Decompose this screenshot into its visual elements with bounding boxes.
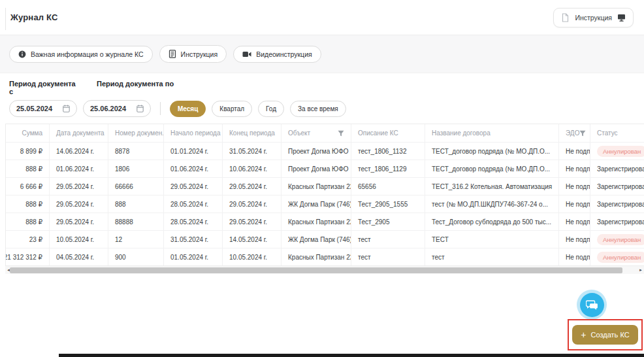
cell-sum: 888 ₽ (6, 196, 50, 212)
table-body: 8 899 ₽14.06.2024 г.887801.01.2024 г.31.… (6, 142, 644, 265)
scroll-right-arrow-icon[interactable]: ► (637, 266, 644, 275)
status-badge: Зарегистрирован (597, 201, 644, 208)
ks-journal-table: Сумма Дата документа Номер докумен... На… (5, 124, 644, 265)
cell-status: Аннулирован (590, 231, 644, 248)
filter-funnel-icon[interactable] (338, 130, 344, 137)
cell-period_start: 31.05.2024 г. (164, 231, 223, 248)
header-object-label: Объект (288, 129, 310, 137)
horizontal-scrollbar[interactable]: ◄ ► (5, 265, 644, 274)
header-status[interactable]: Статус (590, 124, 644, 142)
status-badge: Аннулирован (597, 252, 644, 263)
calendar-icon[interactable] (63, 105, 70, 112)
cell-object: Красных Партизан 222, ... (282, 178, 351, 195)
cell-period_end: 29.05.2024 г. (223, 196, 282, 212)
table-row[interactable]: 888 ₽29.05.2024 г.8888828.05.2024 г.29.0… (6, 212, 644, 230)
cell-doc_date: 29.05.2024 г. (50, 213, 108, 230)
video-instruction-label: Видеоинструкция (256, 50, 312, 58)
cell-period_end: 31.05.2024 г. (223, 143, 282, 160)
cell-status: Аннулирован (590, 248, 644, 265)
create-ks-label: Создать КС (591, 331, 630, 339)
info-icon (18, 50, 26, 58)
cell-sum: 888 ₽ (6, 160, 50, 177)
cell-edo: Не подписан (559, 248, 590, 265)
header-doc-number[interactable]: Номер докумен... (108, 124, 164, 142)
table-row[interactable]: 888 ₽29.05.2024 г.88828.05.2024 г.29.05.… (6, 195, 644, 212)
cell-description: Тест_2905 (351, 213, 425, 230)
cell-object: ЖК Догма Парк (746) С... (282, 196, 351, 212)
cell-status: Зарегистрирован (590, 160, 644, 177)
cell-doc_number: 888 (108, 196, 164, 212)
filter-funnel-icon[interactable] (579, 130, 586, 137)
header-period-end[interactable]: Конец периода (223, 124, 282, 142)
cell-doc_date: 01.06.2024 г. (50, 160, 108, 177)
cell-edo: Не подписан (559, 160, 590, 177)
header-contract-name[interactable]: Название договора (425, 124, 559, 142)
cell-period_end: 10.05.2024 г. (223, 248, 282, 265)
important-info-button[interactable]: Важная информация о журнале КС (9, 46, 153, 63)
filters-section: Период документа с Период документа по 2… (0, 73, 644, 124)
cell-sum: 6 666 ₽ (6, 178, 50, 195)
cell-doc_number: 900 (108, 248, 164, 265)
cell-object: Проект Догма ЮФО (282, 160, 351, 177)
instruction-header-button[interactable]: Инструкция (553, 8, 634, 27)
calendar-icon[interactable] (137, 105, 144, 112)
table-row[interactable]: 6 666 ₽29.05.2024 г.6666629.05.2024 г.29… (6, 177, 644, 195)
cell-period_start: 29.05.2024 г. (164, 178, 223, 195)
cell-contract: тест (425, 248, 559, 265)
chat-fab-button[interactable] (577, 290, 607, 320)
instruction-toolbar-label: Инструкция (181, 50, 218, 58)
period-button-month[interactable]: Месяц (170, 101, 206, 117)
bottom-window-edge (59, 354, 644, 357)
cell-contract: ТЕСТ_316.2 Котельная. Автоматизация (425, 178, 559, 195)
cell-period_end: 29.05.2024 г. (223, 178, 282, 195)
create-ks-button[interactable]: + Создать КС (572, 325, 637, 345)
header-object[interactable]: Объект (282, 124, 351, 142)
period-to-value: 25.06.2024 (90, 105, 126, 112)
cell-period_start: 28.05.2024 г. (164, 213, 223, 230)
important-info-label: Важная информация о журнале КС (31, 50, 144, 58)
header-edo[interactable]: ЭДО (559, 124, 590, 142)
divider (160, 102, 161, 115)
period-button-quarter[interactable]: Квартал (212, 101, 252, 117)
status-badge: Зарегистрирован (597, 218, 644, 226)
cell-sum: 8 899 ₽ (6, 143, 50, 160)
left-hairline (5, 8, 6, 30)
period-button-year[interactable]: Год (258, 101, 284, 117)
header-ks-description[interactable]: Описание КС (351, 124, 425, 142)
table-row[interactable]: 888 ₽01.06.2024 г.180601.06.2024 г.10.06… (6, 160, 644, 177)
app-header: Журнал КС Инструкция (0, 0, 644, 35)
period-to-input[interactable]: 25.06.2024 (83, 100, 151, 117)
period-from-input[interactable]: 25.05.2024 (9, 100, 77, 117)
cell-period_start: 01.01.2024 г. (164, 143, 223, 160)
cell-doc_number: 1806 (108, 160, 164, 177)
table-row[interactable]: 23 ₽10.05.2024 г.1231.05.2024 г.14.05.20… (6, 230, 644, 248)
status-badge: Аннулирован (597, 146, 644, 157)
period-button-alltime[interactable]: За все время (290, 101, 346, 117)
scrollbar-thumb[interactable] (10, 267, 622, 273)
cell-description: тест (351, 231, 425, 248)
header-sum[interactable]: Сумма (6, 124, 50, 142)
header-period-start[interactable]: Начало периода (164, 124, 223, 142)
cell-doc_number: 8878 (108, 143, 164, 160)
cell-edo: Не подписан (559, 213, 590, 230)
cell-period_end: 14.05.2024 г. (223, 231, 282, 248)
video-icon (242, 51, 251, 58)
cell-edo: Не подписан (559, 196, 590, 212)
cell-status: Зарегистрирован (590, 178, 644, 195)
cell-status: Аннулирован (590, 143, 644, 160)
cell-period_start: 01.05.2024 г. (164, 248, 223, 265)
cell-period_end: 10.06.2024 г. (223, 160, 282, 177)
instruction-toolbar-button[interactable]: Инструкция (159, 45, 227, 63)
chat-bubbles-icon (586, 299, 598, 311)
cell-description: тест (351, 248, 425, 265)
video-instruction-button[interactable]: Видеоинструкция (233, 46, 321, 63)
table-row[interactable]: 8 899 ₽14.06.2024 г.887801.01.2024 г.31.… (6, 142, 644, 160)
cell-edo: Не подписан (559, 231, 590, 248)
header-doc-date[interactable]: Дата документа (50, 124, 108, 142)
cell-description: тест_1806_1132 (351, 143, 425, 160)
cell-doc_date: 14.06.2024 г. (50, 143, 108, 160)
cell-status: Зарегистрирован (590, 213, 644, 230)
cell-description: тест_1806_1129 (351, 160, 425, 177)
table-row[interactable]: 321 312 312 ₽04.05.2024 г.90001.05.2024 … (6, 248, 644, 265)
period-to-label: Период документа по (97, 80, 174, 95)
